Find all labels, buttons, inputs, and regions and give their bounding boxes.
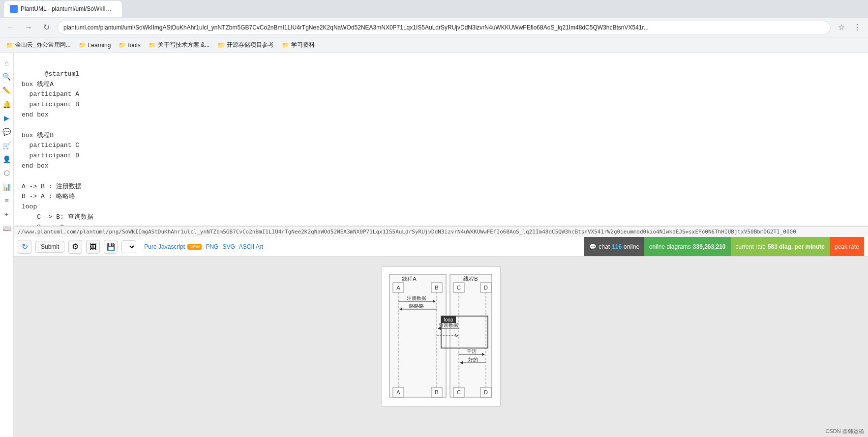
tab-bar: PlantUML - plantuml/uml/SoWkIImgAStDuKhA… bbox=[0, 0, 868, 18]
svg-text:A: A bbox=[396, 285, 400, 291]
content-area: @startuml box 线程A participant A particip… bbox=[14, 53, 868, 437]
tab-title: PlantUML - plantuml/uml/SoWkIImgAStDuKhA… bbox=[21, 5, 116, 12]
address-bar[interactable]: plantuml.com/plantuml/uml/SoWkIImgAStDuK… bbox=[57, 21, 831, 34]
chat-icon[interactable]: 💬 bbox=[1, 126, 13, 138]
bookmark-tech[interactable]: 📁 关于写技术方案 &... bbox=[149, 41, 210, 49]
editor-code: @startuml box 线程A participant A particip… bbox=[22, 70, 93, 226]
bookmark-label: 学习资料 bbox=[291, 41, 315, 49]
url-display-bar: //www.plantuml.com/plantuml/png/SoWkIImg… bbox=[14, 226, 868, 237]
bookmark-tools[interactable]: 📁 tools bbox=[119, 42, 140, 49]
svg-text:B: B bbox=[435, 389, 438, 395]
submit-button[interactable]: Submit bbox=[35, 241, 64, 253]
ascii-art-link[interactable]: ASCII Art bbox=[239, 243, 263, 250]
svg-text:D: D bbox=[484, 285, 488, 291]
more-button[interactable]: ⋮ bbox=[850, 21, 864, 34]
tab-favicon bbox=[10, 5, 18, 13]
bookmark-label: Learning bbox=[88, 42, 111, 49]
svg-text:C: C bbox=[457, 285, 461, 291]
active-tab[interactable]: PlantUML - plantuml/uml/SoWkIImgAStDuKhA… bbox=[4, 1, 122, 17]
diagram-container: 线程A 线程B A B C D bbox=[382, 266, 501, 407]
nav-actions: ☆ ⋮ bbox=[835, 21, 864, 34]
svg-text:线程A: 线程A bbox=[402, 276, 417, 282]
chat-count: 116 bbox=[612, 243, 622, 250]
book-icon[interactable]: 📖 bbox=[1, 222, 13, 234]
bookmark-label: 开源存储项目参考 bbox=[227, 41, 274, 49]
online-diagrams-badge: online diagrams 339,263,210 bbox=[644, 237, 730, 256]
user-icon[interactable]: 👤 bbox=[1, 153, 13, 165]
pure-js-link[interactable]: Pure Javascript NEW bbox=[144, 243, 202, 250]
diagrams-label: online diagrams bbox=[649, 243, 691, 250]
new-badge: NEW bbox=[187, 244, 202, 250]
pure-js-label: Pure Javascript bbox=[144, 243, 185, 250]
png-link[interactable]: PNG bbox=[206, 243, 218, 250]
main-layout: ⌂ 🔍 ✏️ 🔔 ▶ 💬 🛒 👤 ⬡ 📊 ≡ + 📖 @startuml box… bbox=[0, 53, 868, 437]
folder-icon: 📁 bbox=[79, 42, 86, 49]
bottom-credit: CSDN @韩运杨 bbox=[826, 428, 864, 435]
refresh-button[interactable]: ↻ bbox=[39, 21, 53, 34]
save-button[interactable]: 💾 bbox=[104, 240, 118, 254]
bookmark-study[interactable]: 📁 学习资料 bbox=[282, 41, 315, 49]
bookmark-label: tools bbox=[128, 42, 140, 49]
chat-badge[interactable]: 💬 chat 116 online bbox=[584, 237, 644, 256]
home-icon[interactable]: ⌂ bbox=[1, 57, 13, 69]
rate-label: current rate bbox=[736, 243, 766, 250]
edit-icon[interactable]: ✏️ bbox=[1, 85, 13, 96]
submit-label: Submit bbox=[41, 243, 59, 250]
plus-icon[interactable]: + bbox=[1, 208, 13, 220]
toolbar-links: Pure Javascript NEW PNG SVG ASCII Art bbox=[144, 243, 263, 250]
rate-value: 583 diag. per minute bbox=[768, 243, 825, 250]
svg-link[interactable]: SVG bbox=[222, 243, 235, 250]
format-select[interactable] bbox=[121, 240, 136, 253]
toolbar: ↻ Submit ⚙ 🖼 💾 Pure Javascript NEW bbox=[14, 237, 868, 257]
back-button[interactable]: ← bbox=[4, 21, 18, 34]
svg-text:线程B: 线程B bbox=[463, 276, 478, 282]
bookmarks-bar: 📁 金山云_办公常用网... 📁 Learning 📁 tools 📁 关于写技… bbox=[0, 37, 868, 53]
code-editor[interactable]: @startuml box 线程A participant A particip… bbox=[14, 53, 868, 226]
svg-label: SVG bbox=[222, 243, 235, 250]
bookmark-label: 金山云_办公常用网... bbox=[15, 41, 71, 49]
forward-button[interactable]: → bbox=[22, 21, 35, 34]
folder-icon: 📁 bbox=[119, 42, 126, 49]
bookmark-label: 关于写技术方案 &... bbox=[158, 41, 210, 49]
bookmark-button[interactable]: ☆ bbox=[835, 21, 848, 34]
svg-text:B: B bbox=[435, 285, 438, 291]
svg-text:C: C bbox=[457, 389, 461, 395]
svg-text:好的: 好的 bbox=[468, 357, 478, 362]
bar-chart-icon[interactable]: 📊 bbox=[1, 181, 13, 193]
status-bar: 💬 chat 116 online online diagrams 339,26… bbox=[584, 237, 864, 256]
credit-text: CSDN @韩运杨 bbox=[826, 428, 864, 434]
svg-text:干活: 干活 bbox=[467, 349, 477, 354]
svg-text:略略略: 略略略 bbox=[409, 303, 424, 309]
search-icon[interactable]: 🔍 bbox=[1, 71, 13, 83]
ascii-art-label: ASCII Art bbox=[239, 243, 263, 250]
sidebar-icons: ⌂ 🔍 ✏️ 🔔 ▶ 💬 🛒 👤 ⬡ 📊 ≡ + 📖 bbox=[0, 53, 14, 437]
svg-text:D: D bbox=[484, 389, 488, 395]
chat-online-label: online bbox=[624, 243, 639, 250]
folder-icon: 📁 bbox=[149, 42, 156, 49]
folder-icon: 📁 bbox=[217, 42, 225, 49]
current-rate-badge: current rate 583 diag. per minute bbox=[731, 237, 830, 256]
puzzle-icon[interactable]: ⬡ bbox=[1, 167, 13, 179]
play-icon[interactable]: ▶ bbox=[1, 112, 13, 124]
diagrams-count: 339,263,210 bbox=[693, 243, 726, 250]
peak-rate-badge: peak rate bbox=[830, 237, 864, 256]
sequence-diagram: 线程A 线程B A B C D bbox=[387, 272, 495, 400]
svg-text:A: A bbox=[396, 389, 400, 395]
svg-text:loop: loop bbox=[444, 317, 453, 322]
list-icon[interactable]: ≡ bbox=[1, 195, 13, 206]
bookmark-learning[interactable]: 📁 Learning bbox=[79, 42, 111, 49]
folder-icon: 📁 bbox=[6, 42, 13, 49]
refresh-diagram-button[interactable]: ↻ bbox=[18, 240, 31, 254]
bookmark-jinshan[interactable]: 📁 金山云_办公常用网... bbox=[6, 41, 71, 49]
chat-label: chat bbox=[599, 243, 610, 250]
bookmark-opensource[interactable]: 📁 开源存储项目参考 bbox=[217, 41, 274, 49]
chat-icon-symbol: 💬 bbox=[589, 243, 597, 250]
bell-icon[interactable]: 🔔 bbox=[1, 98, 13, 110]
toggle-button[interactable]: ⚙ bbox=[68, 240, 82, 254]
url-text: plantuml.com/plantuml/uml/SoWkIImgAStDuK… bbox=[63, 24, 649, 31]
image-button[interactable]: 🖼 bbox=[86, 240, 100, 254]
svg-text:注册数据: 注册数据 bbox=[407, 295, 426, 301]
cart-icon[interactable]: 🛒 bbox=[1, 140, 13, 151]
png-label: PNG bbox=[206, 243, 218, 250]
folder-icon: 📁 bbox=[282, 42, 289, 49]
